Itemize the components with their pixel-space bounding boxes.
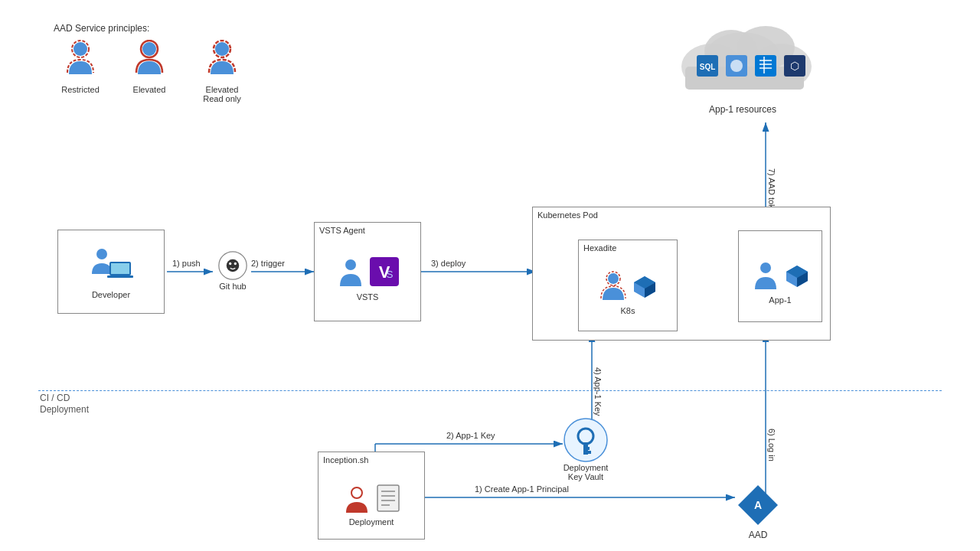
restricted-icon: [61, 40, 100, 82]
sp-restricted: Restricted: [54, 40, 107, 94]
svg-text:⬡: ⬡: [790, 60, 799, 72]
svg-point-68: [564, 419, 607, 461]
svg-text:2) App-1 Key: 2) App-1 Key: [446, 431, 495, 440]
ci-cd-label: CI / CD: [40, 393, 70, 403]
hexadite-box: Hexadite K8s: [578, 240, 678, 331]
deployment-node-label: Deployment: [349, 517, 394, 527]
keyvault-label: DeploymentKey Vault: [564, 463, 609, 481]
svg-point-64: [760, 262, 771, 273]
kubernetes-pod-title: Kubernetes Pod: [537, 210, 598, 220]
svg-rect-71: [583, 451, 591, 454]
vsts-label: VSTS: [357, 292, 379, 302]
svg-text:1) push: 1) push: [172, 259, 201, 268]
keyvault-node: DeploymentKey Vault: [563, 417, 609, 481]
svg-text:6) Log in: 6) Log in: [767, 429, 776, 461]
inception-title: Inception.sh: [323, 455, 368, 465]
deployment-label: Deployment: [40, 404, 89, 415]
svg-point-24: [74, 42, 87, 56]
svg-point-53: [229, 262, 231, 265]
sp-elevated: Elevated: [122, 40, 176, 94]
svg-point-52: [227, 259, 240, 272]
deployment-person-icon: [342, 482, 371, 514]
svg-text:2) trigger: 2) trigger: [251, 259, 285, 268]
deployment-doc-icon: [376, 484, 400, 513]
inception-box: Inception.sh Deployment: [318, 452, 425, 540]
aad-title: AAD Service principles:: [54, 23, 253, 34]
hexadite-title: Hexadite: [583, 243, 616, 253]
k8s-cube-icon: [632, 275, 657, 299]
svg-point-39: [730, 60, 743, 72]
svg-point-55: [345, 259, 356, 270]
svg-text:A: A: [754, 499, 762, 511]
vsts-agent-title: VSTS Agent: [319, 226, 365, 235]
svg-rect-74: [377, 485, 399, 511]
svg-rect-49: [111, 263, 129, 274]
app1-person-icon: [751, 260, 780, 292]
elevated-readonly-label: Elevated Read only: [203, 85, 241, 103]
sp-group: Restricted Elevated: [54, 40, 253, 103]
svg-rect-72: [583, 447, 590, 450]
svg-point-73: [351, 487, 362, 498]
elevated-label: Elevated: [133, 85, 166, 94]
vs-logo-icon: V S: [370, 257, 399, 289]
diagram-container: 1) push 2) trigger 3) deploy 5) App-1 Ke…: [0, 0, 980, 551]
svg-point-47: [96, 249, 107, 259]
cloud-icon: SQL ⬡: [666, 17, 819, 101]
svg-point-26: [142, 42, 156, 56]
github-node: Git hub: [213, 251, 253, 291]
ci-cd-divider: [38, 390, 942, 391]
k8s-person-icon: [599, 271, 628, 303]
svg-point-54: [234, 262, 237, 265]
vsts-person-icon: [336, 257, 365, 289]
developer-label: Developer: [92, 290, 130, 299]
aad-section: AAD Service principles: Restricted: [54, 23, 253, 103]
svg-point-59: [608, 273, 619, 284]
vsts-agent-box: VSTS Agent V S VSTS: [314, 222, 421, 321]
app1-resources-label: App-1 resources: [709, 104, 776, 115]
developer-icon: [88, 245, 134, 287]
elevated-readonly-icon: [203, 40, 241, 82]
aad-node: A AAD: [735, 482, 781, 540]
svg-text:3) deploy: 3) deploy: [431, 259, 466, 268]
aad-label: AAD: [749, 530, 768, 540]
kubernetes-pod-box: Kubernetes Pod Hexadite K8s: [532, 207, 831, 341]
svg-rect-40: [755, 55, 776, 77]
keyvault-icon: [563, 417, 609, 463]
developer-box: Developer: [57, 230, 165, 314]
svg-rect-50: [107, 276, 133, 278]
k8s-label: K8s: [621, 306, 635, 315]
github-label: Git hub: [219, 282, 246, 291]
svg-text:4) App-1 Key: 4) App-1 Key: [593, 367, 603, 416]
svg-text:1) Create App-1 Principal: 1) Create App-1 Principal: [475, 484, 569, 494]
app1-cube-icon: [785, 264, 809, 289]
restricted-label: Restricted: [61, 85, 100, 94]
github-icon: [215, 251, 250, 280]
svg-text:SQL: SQL: [700, 63, 716, 71]
svg-text:S: S: [387, 269, 394, 280]
cloud-container: SQL ⬡ App-1 resources: [666, 17, 819, 115]
aad-icon: A: [735, 482, 781, 528]
svg-point-28: [215, 42, 229, 56]
sp-elevated-readonly: Elevated Read only: [191, 40, 253, 103]
elevated-icon: [130, 40, 168, 82]
app1-inner-box: App-1: [738, 230, 822, 322]
app1-box-label: App-1: [769, 295, 791, 305]
